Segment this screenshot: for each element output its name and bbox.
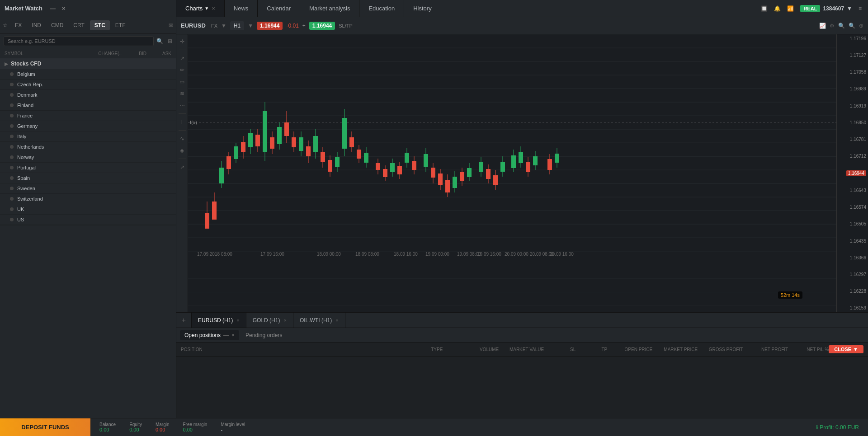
group-header-stocks-cfd[interactable]: ▶ Stocks CFD (0, 58, 176, 69)
tab-charts[interactable]: Charts ▼ × (176, 0, 225, 17)
asset-tab-stc[interactable]: STC (90, 20, 110, 30)
arrow-tool[interactable]: ↗ (178, 54, 187, 63)
search-icon[interactable]: 🔍 (156, 38, 163, 44)
list-item[interactable]: Czech Rep. (0, 80, 176, 90)
tab-history[interactable]: History (404, 0, 441, 17)
fib-tool[interactable]: ⋯ (178, 101, 187, 110)
timeframe-button[interactable]: H1 (230, 21, 244, 30)
symbol-name: Netherlands (17, 144, 171, 150)
list-item[interactable]: UK (0, 204, 176, 215)
list-item[interactable]: Denmark (0, 90, 176, 100)
positions-close-icon[interactable]: × (231, 332, 235, 338)
list-item[interactable]: Italy (0, 131, 176, 142)
close-dropdown-arrow[interactable]: ▼ (853, 347, 858, 352)
text-tool[interactable]: T (178, 117, 187, 127)
close-oilwti-tab[interactable]: × (335, 318, 338, 323)
price-level: 1.16228 (839, 289, 866, 294)
svg-rect-48 (306, 146, 311, 156)
tab-calendar[interactable]: Calendar (258, 0, 300, 17)
tool-separator-2 (179, 113, 186, 114)
grid-view-icon[interactable]: ⊞ (168, 38, 172, 44)
market-watch-win-controls[interactable]: — × (50, 5, 69, 12)
symbol-dot (10, 124, 14, 128)
svg-text:19.09 00:00: 19.09 00:00 (425, 252, 449, 257)
rect-tool[interactable]: ▭ (178, 77, 187, 86)
list-item[interactable]: Spain (0, 173, 176, 183)
indicator-icon[interactable]: 📈 (819, 23, 826, 29)
chart-settings-icon[interactable]: ⚙ (830, 23, 835, 29)
deposit-funds-button[interactable]: DEPOSIT FUNDS (0, 418, 90, 436)
svg-rect-60 (349, 137, 354, 147)
envelope-icon[interactable]: ✉ (169, 22, 173, 28)
stat-margin-level: Margin level - (221, 422, 245, 432)
add-chart-tab-button[interactable]: + (176, 313, 192, 328)
close-gold-tab[interactable]: × (283, 318, 286, 323)
menu-icon[interactable]: ≡ (859, 5, 862, 12)
asset-tab-fx[interactable]: FX (10, 20, 26, 30)
tab-education[interactable]: Education (359, 0, 404, 17)
ask-price-badge: 1.16944 (309, 22, 335, 30)
list-item[interactable]: Norway (0, 152, 176, 163)
minimize-icon[interactable]: — (50, 5, 56, 12)
draw-tool[interactable]: ✏ (178, 66, 187, 75)
crosshair-tool[interactable]: ✛ (178, 37, 187, 46)
favorites-star-icon[interactable]: ☆ (3, 22, 8, 28)
list-item[interactable]: Switzerland (0, 194, 176, 204)
chart-tab-oilwti[interactable]: OIL.WTI (H1) × (293, 313, 345, 328)
objects-tool[interactable]: ◈ (178, 146, 187, 155)
channel-tool[interactable]: ≋ (178, 89, 187, 98)
chart-tab-eurusd[interactable]: EURUSD (H1) × (192, 313, 246, 328)
notifications-icon[interactable]: 🔲 (761, 5, 768, 12)
svg-rect-70 (390, 163, 395, 172)
indicators-tool[interactable]: ∿ (178, 134, 187, 143)
symbol-name: Finland (17, 103, 171, 108)
tab-open-positions[interactable]: Open positions — × (180, 330, 239, 340)
free-margin-label: Free margin (183, 422, 208, 427)
tab-pending-orders[interactable]: Pending orders (241, 330, 287, 340)
fullscreen-icon[interactable]: ⊕ (859, 23, 863, 29)
zoom-out-icon[interactable]: 🔍 (838, 23, 845, 29)
account-type-badge: REAL (800, 5, 820, 12)
asset-tab-crt[interactable]: CRT (69, 20, 89, 30)
bottom-panel: Open positions — × Pending orders POSITI… (176, 328, 868, 418)
asset-tab-cmd[interactable]: CMD (47, 20, 68, 30)
account-dropdown-arrow[interactable]: ▼ (847, 5, 852, 12)
list-item[interactable]: Germany (0, 121, 176, 131)
list-item[interactable]: Belgium (0, 69, 176, 80)
zoom-in-icon[interactable]: 🔍 (849, 23, 855, 29)
tab-news[interactable]: News (225, 0, 258, 17)
list-item[interactable]: Sweden (0, 183, 176, 194)
svg-rect-52 (321, 152, 325, 162)
positions-minimize-icon[interactable]: — (223, 332, 229, 338)
list-item[interactable]: Finland (0, 100, 176, 111)
share-tool[interactable]: ↗ (178, 163, 187, 172)
svg-rect-86 (453, 177, 457, 188)
close-icon[interactable]: × (62, 5, 66, 12)
timer-badge: 52m 14s (778, 291, 802, 299)
asset-tab-ind[interactable]: IND (27, 20, 46, 30)
pair-dropdown-arrow[interactable]: ▼ (221, 23, 226, 29)
svg-rect-96 (493, 175, 498, 185)
list-item[interactable]: Netherlands (0, 142, 176, 152)
list-item[interactable]: Portugal (0, 163, 176, 173)
account-info[interactable]: REAL 1384607 ▼ (800, 5, 852, 12)
search-input[interactable] (4, 36, 154, 46)
svg-text:17.09 16:00: 17.09 16:00 (260, 252, 284, 257)
close-eurusd-tab[interactable]: × (236, 318, 239, 323)
group-collapse-arrow: ▶ (5, 61, 8, 66)
asset-tab-etf[interactable]: ETF (111, 20, 130, 30)
chart-tab-gold[interactable]: GOLD (H1) × (246, 313, 293, 328)
timeframe-dropdown-arrow[interactable]: ▼ (248, 23, 253, 29)
charts-close-icon[interactable]: × (212, 5, 215, 12)
candlestick-chart[interactable]: f(x) (188, 34, 836, 312)
close-all-positions-button[interactable]: CLOSE ▼ (829, 345, 863, 353)
list-item[interactable]: US (0, 215, 176, 225)
equity-value: 0.00 (129, 427, 139, 432)
price-level: 1.16850 (839, 120, 866, 125)
column-market-value: MARKET VALUE (499, 347, 544, 352)
alerts-icon[interactable]: 🔔 (774, 5, 781, 12)
symbol-dot (10, 93, 14, 97)
list-item[interactable]: France (0, 111, 176, 121)
tab-market-analysis[interactable]: Market analysis (300, 0, 359, 17)
left-panel: ☆ FX IND CMD CRT STC ETF ✉ 🔍 ⊞ (0, 17, 176, 418)
